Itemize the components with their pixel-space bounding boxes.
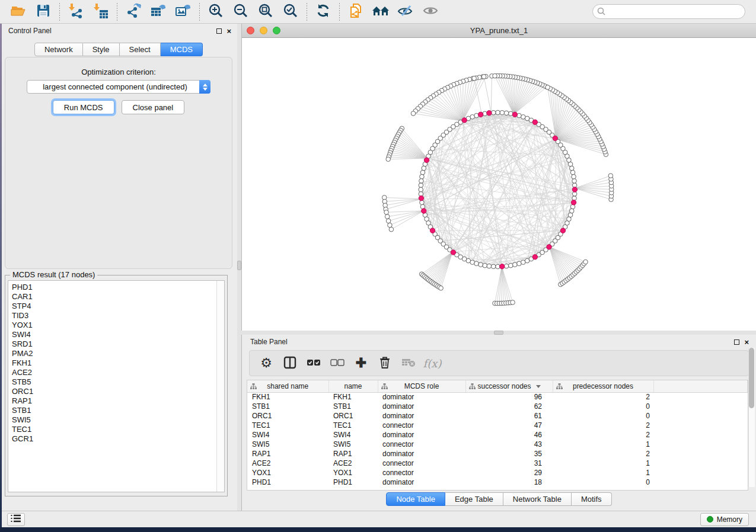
search-input[interactable]	[592, 4, 745, 19]
horizontal-splitter[interactable]	[241, 331, 756, 335]
mcds-node-item[interactable]: STP4	[12, 302, 224, 311]
result-list-scrollbar[interactable]	[216, 281, 224, 492]
deselect-all-columns-button[interactable]	[327, 352, 348, 374]
export-network-button[interactable]	[121, 2, 146, 22]
close-panel-action-button[interactable]: Close panel	[122, 100, 185, 114]
column-header[interactable]: shared name	[247, 380, 328, 392]
toolbar-separator	[199, 3, 200, 21]
mcds-node-item[interactable]: YOX1	[12, 321, 224, 330]
delete-table-button[interactable]	[398, 352, 419, 374]
table-settings-button[interactable]: ⚙	[256, 352, 277, 374]
table-row[interactable]: SWI4SWI4dominator462	[247, 430, 748, 440]
table-row[interactable]: ACE2ACE2connector311	[247, 459, 748, 468]
mcds-node-item[interactable]: GCR1	[12, 434, 224, 444]
refresh-icon	[315, 3, 331, 20]
minimize-window-button[interactable]	[260, 27, 267, 34]
table-row[interactable]: ORC1ORC1dominator610	[247, 411, 748, 421]
zoom-out-button[interactable]	[228, 2, 253, 22]
save-disk-icon	[36, 4, 50, 20]
import-table-button[interactable]	[88, 2, 113, 22]
float-panel-button[interactable]	[216, 28, 222, 34]
close-panel-button[interactable]: ×	[227, 27, 231, 35]
function-icon: f(x)	[423, 357, 442, 370]
hide-selected-button[interactable]	[393, 2, 418, 22]
table-row[interactable]: PHD1PHD1dominator180	[247, 477, 748, 487]
mcds-node-item[interactable]: STB5	[12, 377, 224, 387]
splitter-handle[interactable]	[494, 331, 503, 335]
zoom-in-button[interactable]	[203, 2, 228, 22]
mcds-node-item[interactable]: CAR1	[12, 292, 224, 302]
first-neighbors-button[interactable]	[368, 2, 393, 22]
mcds-node-item[interactable]: PHD1	[12, 283, 224, 292]
duplicate-network-button[interactable]	[343, 2, 368, 22]
status-menu-button[interactable]	[7, 513, 25, 526]
node-table-container: shared namenameMCDS rolesuccessor nodesp…	[247, 380, 748, 491]
mcds-result-list[interactable]: PHD1CAR1STP4TID3YOX1SWI4SRD1PMA2FKH1ACE2…	[8, 280, 225, 492]
search-box	[592, 4, 745, 19]
export-image-button[interactable]	[171, 2, 196, 22]
mcds-node-item[interactable]: FKH1	[12, 358, 224, 368]
network-graph[interactable]	[242, 38, 756, 331]
select-all-columns-button[interactable]	[303, 352, 324, 374]
float-table-panel-button[interactable]	[734, 339, 739, 345]
tab-style[interactable]: Style	[83, 43, 120, 56]
mcds-node-item[interactable]: SWI4	[12, 330, 224, 339]
scrollbar-thumb[interactable]	[749, 348, 754, 408]
table-row[interactable]: STB1STB1dominator620	[247, 402, 748, 411]
table-row[interactable]: TEC1TEC1connector472	[247, 421, 748, 430]
mcds-node-item[interactable]: SWI5	[12, 415, 224, 425]
open-file-button[interactable]	[6, 2, 31, 22]
show-columns-button[interactable]	[279, 352, 301, 374]
maximize-window-button[interactable]	[273, 27, 280, 34]
network-canvas[interactable]	[242, 38, 756, 331]
mcds-node-item[interactable]: PMA2	[12, 349, 224, 358]
table-row[interactable]: SWI5SWI5connector431	[247, 440, 748, 449]
table-scrollbar[interactable]	[748, 348, 755, 487]
column-header[interactable]: MCDS role	[378, 380, 465, 392]
optimization-criterion-select[interactable]: largest connected component (undirected)	[27, 80, 210, 94]
list-icon	[11, 514, 21, 524]
column-header[interactable]: successor nodes	[465, 380, 553, 392]
close-table-panel-button[interactable]: ×	[744, 338, 749, 346]
tab-node-table[interactable]: Node Table	[386, 492, 445, 506]
show-all-button[interactable]	[418, 2, 443, 22]
mcds-node-item[interactable]: STB1	[12, 406, 224, 415]
delete-columns-button[interactable]	[374, 352, 395, 374]
table-row[interactable]: YOX1YOX1connector291	[247, 468, 748, 477]
export-table-button[interactable]	[146, 2, 171, 22]
import-network-button[interactable]	[63, 2, 88, 22]
tab-network[interactable]: Network	[34, 43, 83, 56]
close-window-button[interactable]	[247, 27, 254, 34]
node-table: shared namenameMCDS rolesuccessor nodesp…	[247, 380, 748, 487]
mcds-node-item[interactable]: ACE2	[12, 368, 224, 377]
memory-button[interactable]: Memory	[700, 513, 749, 526]
tab-motifs[interactable]: Motifs	[572, 492, 612, 506]
zoom-fit-button[interactable]	[253, 2, 278, 22]
export-network-icon	[126, 3, 141, 20]
splitter-handle[interactable]	[237, 261, 241, 270]
mcds-result-title: MCDS result (17 nodes)	[10, 270, 97, 279]
table-row[interactable]: RAP1RAP1dominator352	[247, 449, 748, 459]
refresh-view-button[interactable]	[311, 2, 336, 22]
tab-select[interactable]: Select	[120, 43, 161, 56]
create-column-button[interactable]: ✚	[350, 352, 372, 374]
mcds-node-item[interactable]: ORC1	[12, 387, 224, 396]
save-session-button[interactable]	[31, 2, 56, 22]
tab-network-table[interactable]: Network Table	[503, 492, 572, 506]
apply-function-button[interactable]: f(x)	[422, 352, 443, 374]
zoom-selected-button[interactable]	[278, 2, 303, 22]
mcds-node-item[interactable]: TEC1	[12, 425, 224, 434]
vertical-splitter[interactable]	[237, 24, 241, 511]
tab-mcds[interactable]: MCDS	[161, 43, 203, 56]
mcds-node-item[interactable]: TID3	[12, 311, 224, 321]
columns-icon	[283, 356, 296, 371]
mcds-result-group: MCDS result (17 nodes) PHD1CAR1STP4TID3Y…	[5, 275, 228, 496]
column-header[interactable]: name	[328, 380, 378, 392]
eye-slash-icon	[397, 4, 414, 20]
mcds-node-item[interactable]: SRD1	[12, 339, 224, 349]
mcds-node-item[interactable]: RAP1	[12, 396, 224, 406]
run-mcds-button[interactable]: Run MCDS	[53, 100, 114, 114]
column-header[interactable]: predecessor nodes	[553, 380, 653, 392]
table-row[interactable]: FKH1FKH1dominator962	[247, 392, 748, 402]
tab-edge-table[interactable]: Edge Table	[445, 492, 503, 506]
